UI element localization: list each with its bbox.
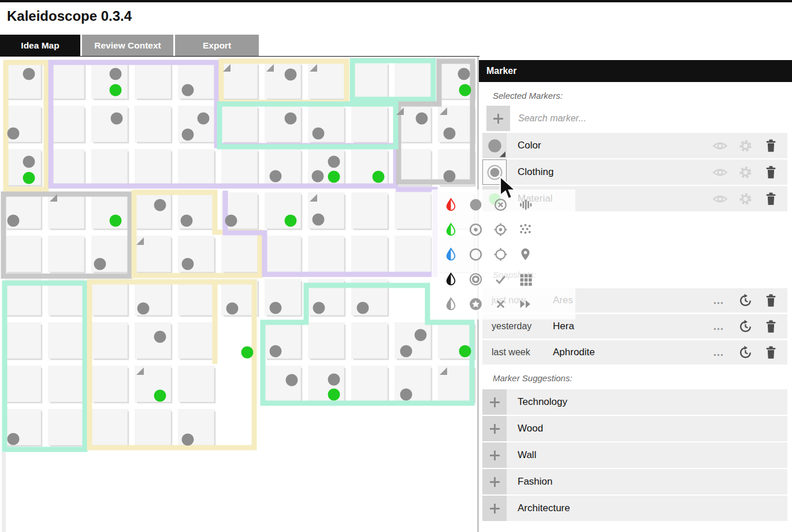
gray-idea-dot[interactable] [313, 302, 325, 314]
search-input[interactable] [511, 106, 787, 131]
x-mark-option[interactable] [488, 292, 513, 317]
green-idea-dot[interactable] [328, 171, 340, 183]
gray-idea-dot[interactable] [357, 302, 369, 314]
green-idea-dot[interactable] [459, 345, 471, 358]
gray-idea-dot[interactable] [415, 329, 427, 341]
gray-idea-dot[interactable] [270, 302, 282, 314]
idea-map-canvas[interactable] [0, 57, 479, 532]
trash-icon[interactable] [763, 345, 779, 360]
marker-style-popup[interactable] [432, 189, 575, 319]
trash-icon[interactable] [763, 191, 779, 207]
drop-black-option[interactable] [438, 267, 463, 292]
circle-filled-option[interactable] [463, 192, 488, 217]
eye-icon[interactable] [712, 138, 728, 154]
suggestion-row-fashion[interactable]: Fashion [482, 469, 787, 494]
restore-icon[interactable] [738, 345, 753, 360]
tab-export[interactable]: Export [175, 35, 259, 56]
tab-idea-map[interactable]: Idea Map [0, 35, 80, 56]
trash-icon[interactable] [763, 319, 779, 334]
drop-blue-option[interactable] [438, 242, 463, 267]
add-suggestion-button[interactable] [482, 496, 507, 521]
gray-idea-dot[interactable] [181, 215, 193, 227]
circle-star-option[interactable] [463, 292, 488, 317]
dots-pattern-option[interactable] [513, 217, 538, 242]
suggestion-row-architecture[interactable]: Architecture [482, 496, 787, 521]
snapshot-row[interactable]: last week Aphrodite ... [482, 340, 787, 364]
add-suggestion-button[interactable] [482, 389, 507, 415]
gray-idea-dot[interactable] [110, 68, 122, 80]
gray-idea-dot[interactable] [444, 170, 456, 183]
eye-icon[interactable] [712, 165, 728, 180]
trash-icon[interactable] [763, 165, 779, 180]
gray-idea-dot[interactable] [182, 434, 194, 446]
gray-idea-dot[interactable] [328, 374, 340, 386]
marker-style-button-active[interactable] [482, 159, 507, 185]
gear-icon[interactable] [738, 191, 753, 207]
drop-gray-option[interactable] [438, 292, 463, 317]
green-idea-dot[interactable] [241, 347, 254, 359]
restore-icon[interactable] [738, 319, 753, 334]
gray-idea-dot[interactable] [285, 69, 297, 81]
circle-dot-option[interactable] [463, 217, 488, 242]
gray-idea-dot[interactable] [270, 170, 282, 183]
gray-idea-dot[interactable] [286, 374, 298, 386]
add-suggestion-button[interactable] [482, 416, 507, 441]
suggestion-row-technology[interactable]: Technology [482, 389, 787, 415]
gray-idea-dot[interactable] [416, 113, 428, 125]
gray-idea-dot[interactable] [182, 84, 194, 96]
target-dot-option[interactable] [488, 217, 513, 242]
gray-idea-dot[interactable] [154, 331, 166, 343]
marker-style-button[interactable] [482, 133, 507, 158]
gray-idea-dot[interactable] [270, 345, 282, 358]
marker-row-clothing[interactable]: Clothing [482, 159, 787, 185]
green-idea-dot[interactable] [154, 390, 166, 402]
green-idea-dot[interactable] [23, 172, 35, 184]
more-button[interactable]: ... [713, 347, 724, 359]
tab-review-context[interactable]: Review Context [82, 35, 173, 56]
green-idea-dot[interactable] [285, 215, 297, 227]
gray-idea-dot[interactable] [225, 215, 237, 227]
gray-idea-dot[interactable] [182, 258, 194, 270]
add-suggestion-button[interactable] [482, 442, 507, 468]
gray-idea-dot[interactable] [312, 170, 324, 183]
green-idea-dot[interactable] [110, 84, 122, 96]
suggestion-row-wood[interactable]: Wood [482, 416, 787, 441]
gray-idea-dot[interactable] [182, 129, 194, 141]
gray-idea-dot[interactable] [313, 128, 325, 140]
add-suggestion-button[interactable] [482, 469, 507, 494]
gray-idea-dot[interactable] [226, 303, 239, 315]
gray-idea-dot[interactable] [111, 113, 123, 125]
gear-icon[interactable] [738, 138, 753, 154]
check-option[interactable] [488, 267, 513, 292]
gray-idea-dot[interactable] [458, 68, 470, 80]
green-idea-dot[interactable] [373, 171, 385, 183]
gray-idea-dot[interactable] [285, 113, 297, 125]
gray-idea-dot[interactable] [154, 199, 166, 211]
green-idea-dot[interactable] [459, 84, 471, 96]
more-button[interactable]: ... [713, 295, 724, 307]
green-idea-dot[interactable] [328, 389, 340, 401]
more-button[interactable]: ... [713, 321, 724, 333]
gray-idea-dot[interactable] [94, 258, 106, 270]
grid-icon-option[interactable] [513, 267, 538, 292]
gear-icon[interactable] [738, 165, 753, 180]
gray-idea-dot[interactable] [8, 128, 20, 140]
circle-ring-option[interactable] [463, 267, 488, 292]
circle-outline-option[interactable] [463, 242, 488, 267]
gray-idea-dot[interactable] [313, 214, 325, 226]
suggestion-row-wall[interactable]: Wall [482, 442, 787, 468]
restore-icon[interactable] [738, 293, 753, 308]
target-option[interactable] [488, 242, 513, 267]
idea-map-grid[interactable] [0, 57, 479, 532]
gray-idea-dot[interactable] [137, 303, 150, 315]
gray-idea-dot[interactable] [198, 113, 210, 125]
drop-red-option[interactable] [438, 192, 463, 217]
gray-idea-dot[interactable] [328, 156, 340, 168]
gray-idea-dot[interactable] [444, 128, 456, 140]
fast-forward-option[interactable] [513, 292, 538, 317]
gray-idea-dot[interactable] [23, 156, 35, 168]
trash-icon[interactable] [763, 293, 779, 308]
drop-green-option[interactable] [438, 217, 463, 242]
gray-idea-dot[interactable] [23, 68, 35, 80]
green-idea-dot[interactable] [110, 215, 122, 227]
